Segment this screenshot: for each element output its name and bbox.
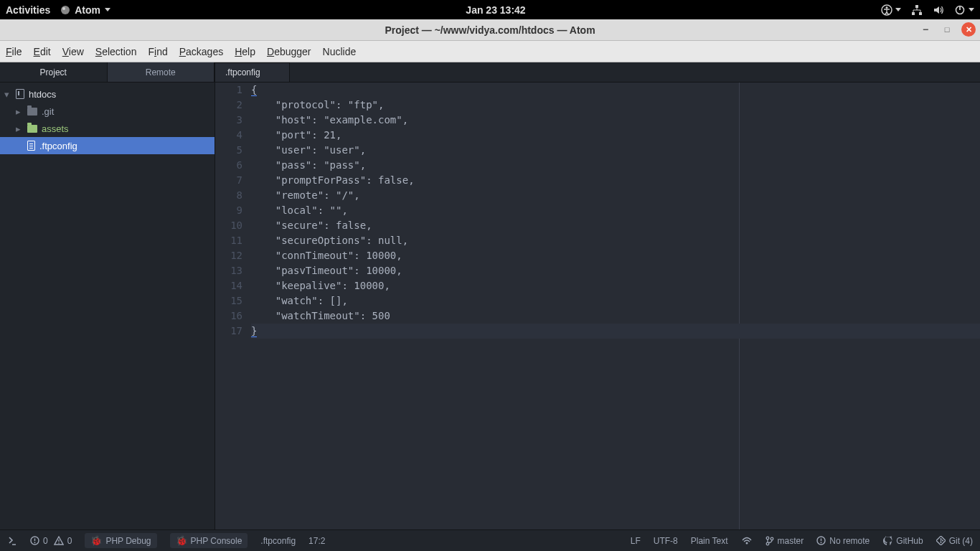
chevron-right-icon: ▸ [16, 106, 23, 117]
status-line-ending[interactable]: LF [631, 536, 641, 546]
code-line[interactable]: } [251, 324, 980, 339]
sidebar: Project Remote ▾ htdocs ▸ .git ▸ assets … [0, 62, 215, 529]
tree-item-label: assets [42, 123, 69, 134]
status-grammar[interactable]: Plain Text [691, 536, 728, 546]
menu-nuclide[interactable]: Nuclide [323, 46, 357, 57]
menu-edit[interactable]: Edit [34, 46, 51, 57]
tree-item-git[interactable]: ▸ .git [0, 103, 215, 120]
svg-point-11 [34, 542, 36, 543]
warning-count[interactable]: 0 [54, 536, 72, 546]
tree-item-label: .git [42, 106, 54, 117]
file-tree[interactable]: ▾ htdocs ▸ .git ▸ assets .ftpconfig [0, 83, 215, 157]
app-menu[interactable]: Atom [60, 4, 110, 16]
close-button[interactable] [961, 22, 976, 37]
code-line[interactable]: "user": "user", [251, 143, 980, 158]
activities-button[interactable]: Activities [6, 4, 50, 16]
window-title: Project — ~/www/vidya.com/htdocs — Atom [385, 24, 595, 36]
tree-root[interactable]: ▾ htdocs [0, 85, 215, 103]
svg-point-1 [62, 7, 65, 10]
git-label: Git (4) [949, 536, 973, 546]
minimize-button[interactable] [918, 22, 933, 37]
sidebar-tabs: Project Remote [0, 62, 215, 83]
repo-icon [16, 89, 24, 99]
maximize-button[interactable] [940, 22, 954, 37]
code-line[interactable]: { [251, 83, 980, 98]
svg-point-15 [766, 537, 769, 540]
app-menu-label: Atom [75, 4, 100, 16]
code-area[interactable]: { "protocol": "ftp", "host": "example.co… [251, 83, 980, 529]
menu-find[interactable]: Find [148, 46, 167, 57]
atom-app-icon [60, 5, 70, 15]
github-icon [882, 536, 892, 546]
tree-item-label: .ftpconfig [39, 141, 77, 151]
clock[interactable]: Jan 23 13:42 [110, 4, 881, 16]
warning-icon [54, 536, 64, 545]
status-git[interactable]: Git (4) [936, 536, 973, 546]
status-github[interactable]: GitHub [882, 536, 923, 546]
status-signal-icon[interactable] [741, 536, 753, 546]
status-filename[interactable]: .ftpconfig [260, 536, 296, 546]
menu-help[interactable]: Help [235, 46, 255, 57]
php-console-button[interactable]: 🐞PHP Console [170, 533, 248, 548]
menu-view[interactable]: View [62, 46, 84, 57]
svg-point-0 [61, 6, 70, 14]
code-line[interactable]: "watch": [], [251, 293, 980, 309]
menu-debugger[interactable]: Debugger [267, 46, 311, 57]
svg-point-16 [766, 542, 769, 545]
chevron-down-icon [105, 8, 110, 11]
code-line[interactable]: "keepalive": 10000, [251, 278, 980, 293]
tree-item-assets[interactable]: ▸ assets [0, 120, 215, 137]
code-line[interactable]: "pasvTimeout": 10000, [251, 263, 980, 278]
code-line[interactable]: "promptForPass": false, [251, 173, 980, 188]
code-line[interactable]: "host": "example.com", [251, 113, 980, 128]
php-debug-button[interactable]: 🐞PHP Debug [85, 533, 156, 548]
editor-tab-ftpconfig[interactable]: .ftpconfig [215, 62, 290, 82]
chevron-down-icon [969, 8, 974, 11]
chevron-down-icon [895, 8, 901, 11]
accessibility-icon[interactable] [881, 4, 901, 16]
code-line[interactable]: "remote": "/", [251, 188, 980, 203]
error-count[interactable]: 0 [30, 536, 48, 546]
code-line[interactable]: "watchTimeout": 500 [251, 309, 980, 324]
github-label: GitHub [896, 536, 923, 546]
text-editor[interactable]: 1234567891011121314151617 { "protocol": … [215, 83, 980, 529]
git-icon [936, 536, 946, 545]
code-line[interactable]: "port": 21, [251, 128, 980, 143]
php-console-label: PHP Console [191, 536, 242, 546]
folder-icon [27, 108, 37, 116]
bug-icon: 🐞 [176, 535, 187, 546]
status-encoding[interactable]: UTF-8 [654, 536, 678, 546]
code-line[interactable]: "pass": "pass", [251, 158, 980, 173]
editor-pane: .ftpconfig 1234567891011121314151617 { "… [215, 62, 980, 529]
svg-point-14 [745, 542, 748, 544]
code-line[interactable]: "secureOptions": null, [251, 233, 980, 248]
bug-icon: 🐞 [90, 535, 102, 546]
status-remote[interactable]: No remote [816, 536, 870, 546]
alert-icon [816, 536, 826, 545]
os-topbar: Activities Atom Jan 23 13:42 [0, 0, 980, 19]
volume-icon[interactable] [933, 4, 944, 16]
network-icon[interactable] [911, 4, 923, 16]
svg-rect-4 [915, 5, 918, 8]
window-titlebar[interactable]: Project — ~/www/vidya.com/htdocs — Atom [0, 19, 980, 41]
warning-count-value: 0 [67, 536, 72, 546]
code-line[interactable]: "secure": false, [251, 218, 980, 233]
code-line[interactable]: "connTimeout": 10000, [251, 248, 980, 263]
code-line[interactable]: "local": "", [251, 203, 980, 218]
php-debug-label: PHP Debug [105, 536, 151, 546]
svg-point-17 [771, 537, 773, 540]
chevron-down-icon: ▾ [4, 89, 11, 100]
status-cursor[interactable]: 17:2 [308, 536, 325, 546]
menu-packages[interactable]: Packages [179, 46, 224, 57]
sidebar-tab-remote[interactable]: Remote [108, 62, 215, 82]
menu-file[interactable]: File [6, 46, 22, 57]
code-line[interactable]: "protocol": "ftp", [251, 98, 980, 113]
remote-ftp-icon[interactable] [7, 536, 17, 546]
menu-selection[interactable]: Selection [95, 46, 137, 57]
tree-item-ftpconfig[interactable]: .ftpconfig [0, 137, 215, 154]
status-branch[interactable]: master [765, 536, 804, 546]
power-menu[interactable] [954, 4, 974, 16]
svg-rect-5 [912, 12, 915, 15]
branch-name: master [778, 536, 804, 546]
sidebar-tab-project[interactable]: Project [0, 62, 108, 82]
